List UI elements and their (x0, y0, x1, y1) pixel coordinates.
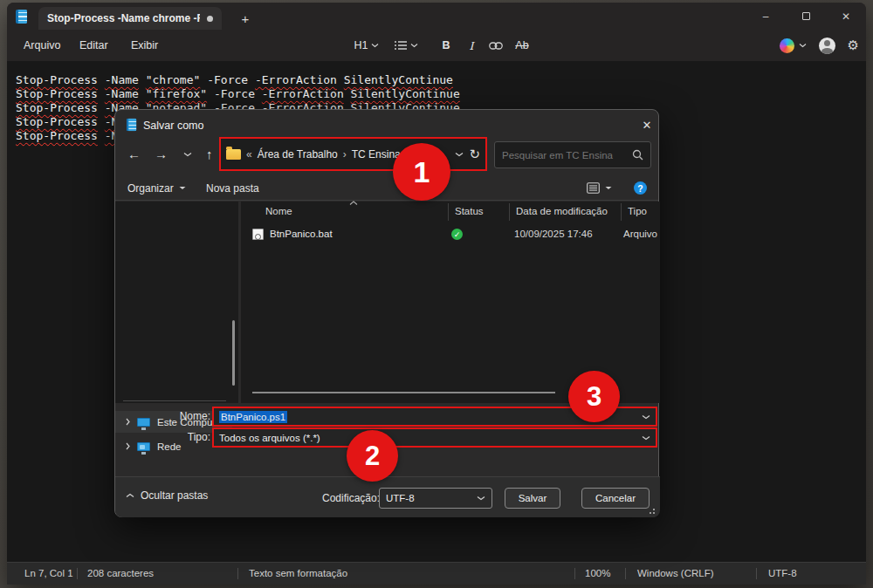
status-zoom[interactable]: 100% (585, 568, 610, 578)
statusbar: Ln 7, Col 1 208 caracteres Texto sem for… (7, 562, 866, 585)
forward-arrow-icon[interactable]: → (155, 147, 168, 161)
search-icon[interactable] (632, 149, 643, 161)
notepad-app-icon (127, 119, 137, 131)
heading-dropdown[interactable]: H1 (349, 35, 384, 56)
link-button[interactable] (485, 35, 506, 56)
file-name: BtnPanico.bat (270, 229, 333, 239)
chevron-right-icon[interactable] (126, 418, 130, 426)
notepad-app-icon (16, 10, 27, 24)
refresh-icon[interactable]: ↻ (469, 147, 480, 162)
column-divider[interactable] (621, 203, 622, 221)
maximize-button[interactable] (786, 3, 826, 30)
column-header-modified[interactable]: Data de modificação (516, 206, 608, 216)
save-button[interactable]: Salvar (505, 488, 560, 509)
file-name-label: Nome: (149, 410, 210, 422)
cancel-button[interactable]: Cancelar (581, 488, 650, 509)
annotation-step-3: 3 (568, 371, 620, 422)
column-divider[interactable] (509, 203, 510, 221)
back-arrow-icon[interactable]: ← (127, 147, 141, 161)
computer-icon (137, 418, 150, 427)
copilot-dropdown[interactable] (780, 38, 807, 53)
breadcrumb-overflow[interactable]: « (246, 148, 252, 161)
tab-title: Stop-Process -Name chrome -Forc (47, 12, 200, 24)
view-dropdown[interactable] (587, 179, 612, 197)
view-list-icon (587, 182, 600, 194)
window-controls: – ✕ (746, 3, 866, 30)
search-input[interactable] (502, 150, 632, 161)
batch-file-icon (252, 229, 264, 240)
status-separator (756, 568, 757, 579)
document-tab[interactable]: Stop-Process -Name chrome -Forc (38, 7, 222, 30)
column-divider[interactable] (448, 203, 449, 221)
new-folder-label: Nova pasta (206, 182, 259, 195)
bold-button[interactable]: B (436, 35, 456, 56)
recent-locations-chevron-icon[interactable] (183, 152, 192, 157)
link-icon (489, 42, 503, 50)
organize-label: Organizar (127, 182, 174, 195)
settings-gear-icon[interactable]: ⚙ (848, 38, 859, 53)
sort-ascending-icon (349, 201, 358, 205)
column-header-status[interactable]: Status (455, 206, 484, 216)
chevron-down-icon (799, 43, 807, 48)
breadcrumb-separator: › (343, 148, 347, 161)
file-type-value[interactable]: Todos os arquivos (*.*) (219, 433, 320, 443)
menu-arquivo[interactable]: Arquivo (16, 35, 68, 56)
breadcrumb-desktop[interactable]: Área de Trabalho (258, 148, 338, 161)
navigation-pane: Este Computador Rede (115, 202, 238, 403)
new-folder-button[interactable]: Nova pasta (206, 179, 259, 197)
status-cursor-position: Ln 7, Col 1 (24, 568, 73, 578)
network-icon (137, 442, 150, 451)
heading-label: H1 (354, 39, 368, 51)
file-name-value[interactable]: BtnPanico.ps1 (219, 411, 287, 423)
status-line-ending[interactable]: Windows (CRLF) (637, 568, 714, 578)
file-type-field[interactable]: Todos os arquivos (*.*) (212, 427, 657, 448)
chevron-down-icon[interactable] (642, 435, 650, 441)
organize-dropdown[interactable]: Organizar (127, 179, 186, 197)
dialog-body: Este Computador Rede Nome Status Data de… (115, 202, 660, 403)
resize-grip[interactable] (649, 506, 656, 514)
hide-folders-button[interactable]: Ocultar pastas (126, 489, 208, 502)
breadcrumb-tc-ensina[interactable]: TC Ensina (352, 148, 401, 161)
file-type: Arquivo (623, 229, 657, 239)
file-modified-date: 10/09/2025 17:46 (514, 229, 593, 239)
chevron-down-icon[interactable] (642, 414, 650, 420)
dialog-close-button[interactable]: ✕ (637, 115, 656, 134)
titlebar: Stop-Process -Name chrome -Forc + – ✕ (7, 3, 866, 30)
file-row[interactable]: BtnPanico.bat ✓ 10/09/2025 17:46 Arquivo (241, 225, 660, 244)
column-header-name[interactable]: Nome (265, 206, 292, 216)
help-icon: ? (634, 181, 647, 195)
file-list-horizontal-scrollbar[interactable] (252, 392, 555, 393)
list-dropdown[interactable] (389, 35, 423, 56)
help-button[interactable]: ? (634, 179, 647, 197)
status-separator (574, 568, 575, 579)
sidebar-scrollbar[interactable] (232, 320, 235, 386)
encoding-value: UTF-8 (386, 493, 415, 503)
dialog-footer: Ocultar pastas Codificação: UTF-8 Salvar… (115, 476, 660, 517)
dialog-toolbar: Organizar Nova pasta ? (115, 174, 658, 201)
minimize-button[interactable]: – (746, 3, 786, 30)
account-icon[interactable] (819, 38, 835, 54)
italic-button[interactable]: I (462, 35, 481, 56)
close-button[interactable]: ✕ (826, 3, 866, 30)
encoding-select[interactable]: UTF-8 (379, 488, 492, 509)
chevron-right-icon[interactable] (126, 442, 130, 450)
chevron-up-icon (126, 493, 134, 498)
search-box[interactable] (494, 141, 651, 168)
chevron-down-icon (477, 496, 485, 501)
encoding-label: Codificação: (322, 492, 380, 504)
chevron-down-icon (179, 186, 186, 190)
list-icon (395, 40, 407, 51)
status-encoding[interactable]: UTF-8 (768, 568, 797, 578)
clear-format-button[interactable]: Ab (512, 35, 533, 56)
new-tab-button[interactable]: + (236, 9, 255, 28)
up-arrow-icon[interactable]: ↑ (206, 147, 213, 161)
file-type-label: Tipo: (149, 431, 210, 443)
tree-separator (123, 400, 226, 401)
code-line: Stop-Process -Name "chrome" -Force -Erro… (16, 73, 460, 87)
column-header-type[interactable]: Tipo (628, 206, 647, 216)
menu-editar[interactable]: Editar (72, 35, 116, 56)
menu-exibir[interactable]: Exibir (123, 35, 166, 56)
annotation-step-1: 1 (393, 143, 450, 201)
address-chevron-down-icon[interactable] (455, 152, 464, 157)
dialog-title: Salvar como (143, 120, 203, 132)
